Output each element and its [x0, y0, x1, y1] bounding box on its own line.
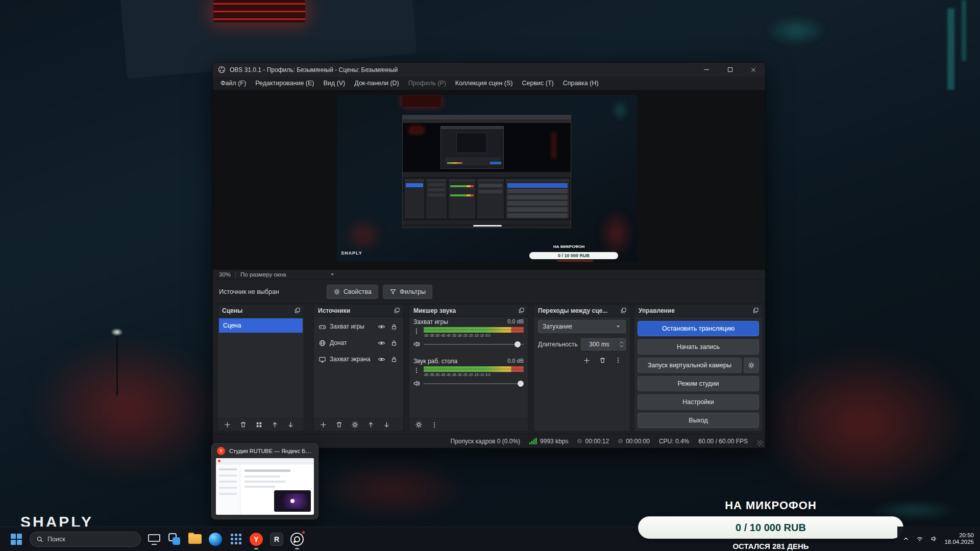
taskbar-search[interactable] — [30, 532, 141, 547]
visibility-eye-icon[interactable] — [377, 322, 386, 331]
obs-titlebar[interactable]: OBS 31.0.1 - Профиль: Безымянный - Сцены… — [213, 63, 765, 77]
popout-icon[interactable] — [294, 307, 301, 314]
taskbar-app-explorer[interactable] — [185, 528, 205, 550]
menu-view[interactable]: Вид (V) — [319, 80, 350, 87]
popup-thumbnail[interactable] — [216, 458, 314, 515]
taskbar-app-grid[interactable] — [226, 528, 246, 550]
source-properties-button[interactable] — [350, 420, 359, 430]
start-button[interactable] — [6, 528, 27, 550]
neon-glow-red — [31, 337, 225, 480]
record-status-dot — [618, 439, 623, 443]
mixer-channel-menu-icon[interactable] — [412, 327, 421, 336]
menu-scene-collection[interactable]: Коллекция сцен (S) — [451, 80, 518, 87]
move-source-down-button[interactable] — [382, 420, 391, 430]
popout-icon[interactable] — [394, 307, 400, 314]
tray-expand-icon[interactable] — [902, 535, 910, 542]
taskbar-app-edge[interactable] — [205, 528, 226, 550]
stop-streaming-button[interactable]: Остановить трансляцию — [638, 321, 759, 336]
source-row-game[interactable]: Захват игры — [315, 319, 402, 334]
lock-icon[interactable] — [389, 322, 399, 331]
thumb-sidebar — [216, 464, 240, 515]
menu-edit[interactable]: Редактирование (E) — [251, 80, 318, 87]
move-scene-down-button[interactable] — [286, 420, 295, 430]
filters-button[interactable]: Фильтры — [383, 285, 432, 299]
minimize-button[interactable] — [695, 63, 718, 77]
taskbar-app-taskview[interactable] — [164, 528, 185, 550]
transitions-dock-header[interactable]: Переходы между сце... — [534, 305, 630, 317]
volume-slider[interactable] — [424, 380, 524, 387]
transition-menu-icon[interactable] — [614, 356, 623, 365]
zoom-fit-select[interactable]: По размеру окна — [240, 271, 335, 278]
taskbar-app-display[interactable] — [144, 528, 164, 550]
source-row-display[interactable]: Захват экрана — [315, 352, 402, 367]
mute-button[interactable] — [412, 339, 421, 348]
transition-select[interactable]: Затухание — [538, 320, 626, 333]
add-scene-button[interactable] — [223, 420, 232, 430]
mixer-channel-menu-icon[interactable] — [412, 366, 421, 375]
studio-mode-button[interactable]: Режим студии — [638, 376, 759, 391]
source-row-donate[interactable]: Донат — [315, 335, 402, 350]
remove-source-button[interactable] — [334, 420, 344, 430]
preview-region[interactable]: НА МИКРОФОН 0 / 10 000 RUB SHAPLY — [213, 90, 765, 269]
virtual-camera-button[interactable]: Запуск виртуальной камеры — [638, 358, 742, 373]
fps: 60.00 / 60.00 FPS — [698, 438, 748, 445]
volume-slider[interactable] — [424, 341, 524, 348]
controls-dock-header[interactable]: Управление — [634, 305, 762, 317]
taskbar-clock[interactable]: 20:50 18.04.2025 — [944, 532, 974, 545]
volume-icon[interactable] — [930, 535, 938, 542]
start-recording-button[interactable]: Начать запись — [638, 339, 759, 355]
neon-glow-teal — [766, 15, 827, 46]
add-source-button[interactable] — [318, 420, 328, 430]
display-capture-icon — [318, 356, 326, 363]
popout-icon[interactable] — [620, 307, 627, 314]
spin-down-icon[interactable] — [620, 345, 624, 347]
slider-handle[interactable] — [518, 381, 524, 387]
mixer-channel-level: 0.0 dB — [507, 358, 524, 365]
scene-grid-mode-button[interactable] — [254, 420, 263, 430]
network-icon[interactable] — [916, 535, 924, 542]
popout-icon[interactable] — [752, 307, 759, 314]
menu-file[interactable]: Файл (F) — [216, 80, 251, 87]
slider-handle[interactable] — [514, 341, 521, 347]
spinbox-arrows[interactable] — [617, 339, 625, 350]
taskbar-app-rutube[interactable]: R — [266, 528, 287, 550]
mute-button[interactable] — [412, 379, 421, 388]
virtual-camera-config-button[interactable] — [744, 358, 759, 373]
popout-icon[interactable] — [518, 307, 525, 314]
taskbar-app-yandex[interactable]: Y — [246, 528, 266, 550]
gear-icon — [333, 288, 340, 295]
bitrate-group: 9993 kbps — [529, 438, 568, 445]
menu-help[interactable]: Справка (H) — [558, 80, 603, 87]
maximize-button[interactable] — [718, 63, 742, 77]
menu-profile[interactable]: Профиль (P) — [404, 80, 451, 87]
taskbar-preview-popup[interactable]: Y Студия RUTUBE — Яндекс Бра... — [211, 443, 318, 519]
spin-up-icon[interactable] — [620, 341, 624, 344]
exit-button[interactable]: Выход — [638, 413, 759, 428]
visibility-eye-icon[interactable] — [377, 338, 386, 347]
lock-icon[interactable] — [389, 338, 399, 347]
taskbar-app-obs[interactable] — [287, 528, 307, 550]
transitions-toolbar — [582, 356, 623, 365]
remove-scene-button[interactable] — [238, 420, 248, 430]
scenes-dock-header[interactable]: Сцены — [218, 305, 304, 317]
resize-grip[interactable] — [757, 440, 763, 446]
preview-canvas[interactable]: НА МИКРОФОН 0 / 10 000 RUB SHAPLY — [337, 95, 637, 262]
search-input[interactable] — [47, 536, 124, 543]
lock-icon[interactable] — [389, 355, 399, 364]
menu-tools[interactable]: Сервис (T) — [517, 80, 558, 87]
duration-spinbox[interactable]: 300 ms — [581, 338, 626, 350]
advanced-audio-button[interactable] — [414, 420, 423, 430]
properties-button[interactable]: Свойства — [327, 285, 378, 299]
mixer-dock-header[interactable]: Микшер звука — [409, 305, 528, 317]
move-scene-up-button[interactable] — [270, 420, 279, 430]
settings-button[interactable]: Настройки — [638, 394, 759, 410]
add-transition-button[interactable] — [582, 356, 591, 365]
sources-dock-header[interactable]: Источники — [314, 305, 403, 317]
move-source-up-button[interactable] — [366, 420, 375, 430]
mixer-menu-icon[interactable] — [430, 420, 439, 430]
scene-list-item[interactable]: Сцена — [219, 318, 303, 333]
remove-transition-button[interactable] — [598, 356, 607, 365]
menu-docks[interactable]: Док-панели (D) — [350, 80, 403, 87]
close-button[interactable] — [742, 63, 765, 77]
visibility-eye-icon[interactable] — [377, 355, 386, 364]
